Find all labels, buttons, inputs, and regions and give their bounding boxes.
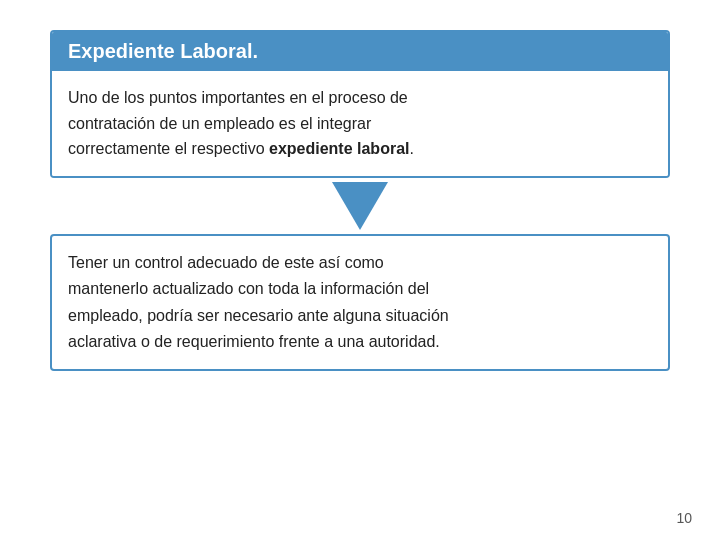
top-line-2: contratación de un empleado es el integr… (68, 115, 371, 132)
top-line-1: Uno de los puntos importantes en el proc… (68, 89, 408, 106)
bottom-box: Tener un control adecuado de este así co… (50, 234, 670, 372)
bottom-paragraph: Tener un control adecuado de este así co… (68, 250, 652, 356)
top-box-header: Expediente Laboral. (52, 32, 668, 71)
arrow-container (50, 180, 670, 232)
bottom-line-1: Tener un control adecuado de este así co… (68, 254, 384, 271)
page-number: 10 (676, 510, 692, 526)
bottom-line-3: empleado, podría ser necesario ante algu… (68, 307, 449, 324)
bottom-line-2: mantenerlo actualizado con toda la infor… (68, 280, 429, 297)
slide-container: Expediente Laboral. Uno de los puntos im… (0, 0, 720, 540)
top-box-body: Uno de los puntos importantes en el proc… (52, 71, 668, 176)
top-line-3-pre: correctamente el respectivo (68, 140, 269, 157)
slide-title: Expediente Laboral. (68, 40, 652, 63)
top-box: Expediente Laboral. Uno de los puntos im… (50, 30, 670, 178)
top-paragraph: Uno de los puntos importantes en el proc… (68, 85, 652, 162)
top-line-3-post: . (409, 140, 413, 157)
bottom-line-4: aclarativa o de requerimiento frente a u… (68, 333, 440, 350)
top-line-3-bold: expediente laboral (269, 140, 410, 157)
arrow-down-icon (332, 182, 388, 230)
